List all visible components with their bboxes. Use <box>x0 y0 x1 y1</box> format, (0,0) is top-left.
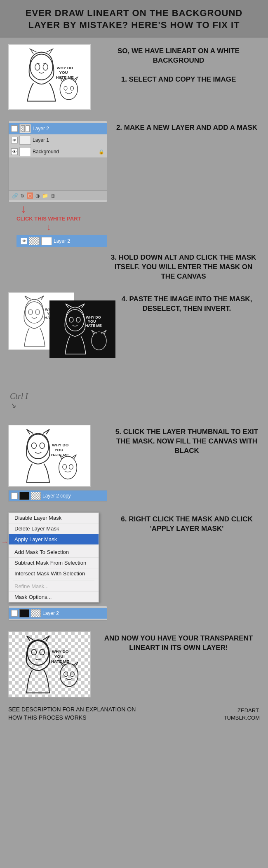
menu-apply-mask[interactable]: Apply Layer Mask <box>9 534 99 545</box>
step3-left-spacer <box>8 253 107 282</box>
context-menu: Disable Layer Mask Delete Layer Mask App… <box>8 512 99 603</box>
step4-description: 4. PASTE THE IMAGE INTO THE MASK, DESELE… <box>114 292 260 412</box>
svg-text:YOU: YOU <box>59 70 68 75</box>
menu-separator <box>13 546 94 546</box>
menu-delete-mask[interactable]: Delete Layer Mask <box>9 523 99 534</box>
trash-icon[interactable]: 🗑 <box>51 193 56 199</box>
click-annotation-row: CLICK THIS WHITE PART ↓ <box>16 216 81 232</box>
svg-text:HATE ME: HATE ME <box>51 453 69 457</box>
menu-intersect-mask[interactable]: Intersect Mask With Selection <box>9 568 99 579</box>
footer-description: SEE DESCRIPTION FOR AN EXPLANATION ON HO… <box>8 706 148 722</box>
menu-mask-options[interactable]: Mask Options... <box>9 592 99 602</box>
step6-layer-panel-area: 👁 Layer 2 <box>8 606 107 621</box>
step2-section: 👁 Layer 2 👁 Layer 1 <box>0 117 268 253</box>
svg-text:HATE ME: HATE ME <box>85 324 102 328</box>
layer-row-layer2[interactable]: 👁 Layer 2 <box>9 123 107 134</box>
step4-section: WHY DO YOU HATE ME <box>0 286 268 418</box>
svg-text:WHY DO: WHY DO <box>52 649 69 654</box>
svg-text:HATE ME: HATE ME <box>51 659 69 664</box>
step5-drawing: WHY DO YOU HATE ME <box>8 425 91 487</box>
step4-images: WHY DO YOU HATE ME <box>8 292 107 412</box>
step1-image-area: WHY DO YOU HATE ME <box>8 44 91 110</box>
step7-transparent-image: WHY DO YOU HATE ME <box>8 631 91 697</box>
lineart-svg: WHY DO YOU HATE ME <box>9 45 90 109</box>
header-title: EVER DRAW LINEART ON THE BACKGROUND LAYE… <box>12 7 256 31</box>
layer-eye[interactable]: 👁 <box>11 125 18 132</box>
adj-icon[interactable]: ◑ <box>35 193 40 199</box>
step1-description: SO, WE HAVE LINEART ON A WHITE BACKGROUN… <box>97 44 260 84</box>
step2-text: 2. MAKE A NEW LAYER AND ADD A MASK <box>114 123 260 133</box>
click-annotation-text: CLICK THIS WHITE PART ↓ <box>16 216 81 232</box>
footer-credit: ZEDART.TUMBLR.COM <box>224 707 260 722</box>
red-arrow-menu: → <box>1 538 8 547</box>
black-thumb-step6 <box>19 609 29 617</box>
step3-description-area: 3. HOLD DOWN ALT AND CLICK THE MASK ITSE… <box>0 253 268 286</box>
eye-step6[interactable]: 👁 <box>11 610 18 617</box>
ctrl-i-label: Ctrl I ↘ <box>10 392 28 410</box>
svg-point-42 <box>64 672 68 677</box>
svg-text:YOU: YOU <box>54 448 63 452</box>
bg-name: Background <box>33 149 97 155</box>
step7-svg: WHY DO YOU HATE ME <box>9 631 90 697</box>
layer2-name: Layer 2 <box>33 126 104 131</box>
arrow-down-1: ↓ <box>8 202 107 216</box>
thumb-checker <box>29 237 40 245</box>
step5-text: 5. CLICK THE LAYER THUMBNAIL TO EXIT THE… <box>114 427 260 456</box>
svg-text:WHY DO: WHY DO <box>57 66 73 70</box>
svg-text:YOU: YOU <box>88 319 96 324</box>
thumb-white <box>41 237 52 245</box>
step5-layer-panel: 👁 Layer 2 copy <box>8 490 107 502</box>
step2-inner: 👁 Layer 2 👁 Layer 1 <box>8 121 260 216</box>
step5-svg: WHY DO YOU HATE ME <box>9 425 90 487</box>
step6-layer-name: Layer 2 <box>42 610 104 616</box>
layer-thumb-1 <box>19 136 31 145</box>
layer-eye-step5[interactable]: 👁 <box>11 493 18 499</box>
step2-layers-area: 👁 Layer 2 👁 Layer 1 <box>8 121 107 216</box>
context-menu-wrapper: → Disable Layer Mask Delete Layer Mask A… <box>8 512 107 603</box>
lock-icon: 🔒 <box>99 149 104 155</box>
svg-text:WHY DO: WHY DO <box>86 315 101 319</box>
click-this-label: CLICK THIS WHITE PART <box>16 216 81 222</box>
step6-layer-panel: 👁 Layer 2 <box>8 606 107 621</box>
step7-section: WHY DO YOU HATE ME AND NOW YOU HAVE YOUR… <box>0 627 268 701</box>
layer-row-bg[interactable]: 👁 Background 🔒 <box>9 146 107 157</box>
step5-description: 5. CLICK THE LAYER THUMBNAIL TO EXIT THE… <box>114 425 260 502</box>
step1-text: SO, WE HAVE LINEART ON A WHITE BACKGROUN… <box>97 47 260 84</box>
layer-thumb-mask <box>19 124 31 133</box>
step5-layer-name: Layer 2 copy <box>42 493 104 499</box>
link-icon: 🔗 <box>12 193 18 199</box>
step1-lineart: WHY DO YOU HATE ME <box>8 44 91 110</box>
step2-description: 2. MAKE A NEW LAYER AND ADD A MASK <box>114 121 260 133</box>
layer1-name: Layer 1 <box>33 137 104 143</box>
fx-icon: fx <box>21 193 24 199</box>
menu-disable-mask[interactable]: Disable Layer Mask <box>9 513 99 523</box>
click-white-area: CLICK THIS WHITE PART ↓ 👁 Layer 2 <box>8 216 260 253</box>
svg-text:WHY DO: WHY DO <box>52 443 69 447</box>
menu-separator2 <box>13 580 94 580</box>
layer2-selected-row[interactable]: 👁 Layer 2 <box>16 235 107 247</box>
step6-section: → Disable Layer Mask Delete Layer Mask A… <box>0 506 268 627</box>
svg-point-43 <box>70 672 74 677</box>
menu-refine-mask[interactable]: Refine Mask... <box>9 581 99 592</box>
arrow-down-2: ↓ <box>16 222 81 232</box>
eye-icon-big[interactable]: 👁 <box>21 238 27 244</box>
menu-subtract-mask[interactable]: Subtract Mask From Selection <box>9 558 99 568</box>
layer-row-step5[interactable]: 👁 Layer 2 copy <box>9 490 107 501</box>
layer-row-layer1[interactable]: 👁 Layer 1 <box>9 134 107 146</box>
layer-eye-bg[interactable]: 👁 <box>11 148 18 155</box>
step5-left: WHY DO YOU HATE ME 👁 Layer 2 copy <box>8 425 107 502</box>
menu-add-mask-sel[interactable]: Add Mask To Selection <box>9 547 99 558</box>
step7-description: AND NOW YOU HAVE YOUR TRANSPARENT LINEAR… <box>97 631 260 697</box>
svg-point-40 <box>40 649 45 655</box>
footer: SEE DESCRIPTION FOR AN EXPLANATION ON HO… <box>0 701 268 729</box>
layers-empty-area <box>9 157 107 190</box>
mask-icon[interactable]: ◻ <box>27 192 33 199</box>
folder-icon[interactable]: 📁 <box>42 193 48 199</box>
page: EVER DRAW LINEART ON THE BACKGROUND LAYE… <box>0 0 268 729</box>
layer-row-step6[interactable]: 👁 Layer 2 <box>9 608 107 619</box>
header: EVER DRAW LINEART ON THE BACKGROUND LAYE… <box>0 0 268 38</box>
layer-eye-1[interactable]: 👁 <box>11 137 18 143</box>
mask-thumb-step6 <box>31 609 41 617</box>
step5-section: WHY DO YOU HATE ME 👁 Layer 2 copy <box>0 418 268 506</box>
svg-rect-20 <box>49 300 115 358</box>
